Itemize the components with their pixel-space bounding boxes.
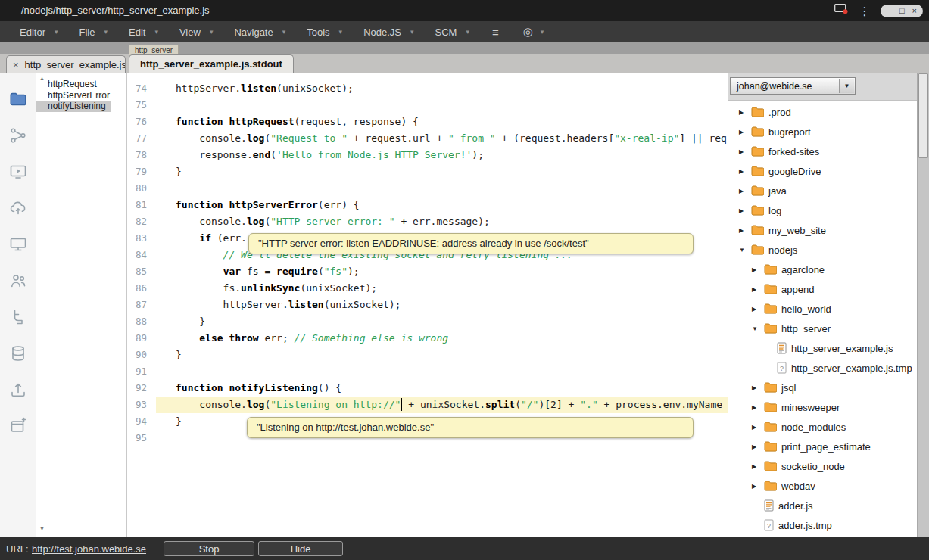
tree-folder-item[interactable]: ▶print_page_estimate — [728, 437, 917, 456]
expand-icon[interactable]: ▶ — [739, 109, 751, 116]
expand-icon[interactable]: ▶ — [752, 463, 764, 470]
code-line[interactable]: 85 var fs = require("fs"); — [127, 263, 728, 280]
files-icon[interactable] — [0, 81, 36, 117]
users-icon[interactable] — [0, 263, 36, 299]
expand-icon[interactable]: ▶ — [752, 424, 764, 431]
tree-folder-item[interactable]: ▶node_modules — [728, 417, 917, 437]
tree-folder-item[interactable]: ▼nodejs — [728, 240, 917, 260]
minimize-button[interactable]: − — [887, 5, 891, 17]
menu-navigate[interactable]: Navigate▾ — [223, 21, 296, 42]
upload-icon[interactable] — [0, 372, 36, 408]
expand-icon[interactable]: ▶ — [752, 443, 764, 450]
new-window-icon[interactable] — [0, 408, 36, 444]
expand-icon[interactable]: ▶ — [752, 483, 764, 490]
code-lines: 74httpServer.listen(unixSocket);7576func… — [127, 73, 728, 446]
tree-folder-item[interactable]: ▶webdav — [728, 476, 917, 496]
expand-icon[interactable]: ▶ — [752, 266, 764, 273]
menu-tools[interactable]: Tools▾ — [296, 21, 353, 42]
outline-item[interactable]: notifyListening — [36, 101, 111, 112]
tree-folder-item[interactable]: ▶java — [728, 181, 917, 201]
expand-icon[interactable]: ▶ — [739, 129, 751, 135]
code-line[interactable]: 82 console.log("HTTP server error: " + e… — [127, 213, 728, 230]
close-tab-icon[interactable]: × — [13, 59, 19, 70]
expand-icon[interactable]: ▶ — [739, 207, 751, 214]
hide-button[interactable]: Hide — [258, 541, 343, 556]
code-line[interactable]: 89 else throw err; // Something else is … — [127, 330, 728, 347]
outline-item[interactable]: httpRequest — [36, 79, 126, 90]
code-line[interactable]: 78 response.end('Hello from Node.js HTTP… — [127, 147, 728, 163]
hamburger-menu-icon[interactable]: ≡ — [480, 26, 511, 39]
code-line[interactable]: 86 fs.unlinkSync(unixSocket); — [127, 280, 728, 297]
tree-folder-item[interactable]: ▶bugreport — [728, 122, 917, 142]
tab-http-server-example-js[interactable]: × http_server_example.js — [6, 55, 126, 73]
database-icon[interactable] — [0, 335, 36, 372]
expand-icon[interactable]: ▶ — [739, 188, 751, 194]
scrollbar-thumb[interactable] — [918, 73, 928, 158]
share-icon[interactable] — [0, 117, 36, 154]
expand-icon[interactable]: ▶ — [752, 404, 764, 411]
expand-icon[interactable]: ▶ — [739, 148, 751, 155]
tree-folder-item[interactable]: ▶agarclone — [728, 260, 917, 279]
cloud-upload-icon[interactable] — [0, 190, 36, 226]
code-line[interactable]: 81function httpServerError(err) { — [127, 197, 728, 213]
tree-folder-item[interactable]: ▶my_web_site — [728, 220, 917, 240]
tree-folder-item[interactable]: ▶googleDrive — [728, 161, 917, 181]
tree-file-item[interactable]: ?adder.js.tmp — [728, 515, 917, 535]
tree-file-item[interactable]: adder.js — [728, 496, 917, 515]
tree-folder-item[interactable]: ▶hello_world — [728, 299, 917, 319]
kebab-menu-icon[interactable]: ⋮ — [859, 5, 870, 17]
code-line[interactable]: 76function httpRequest(request, response… — [127, 114, 728, 130]
code-line[interactable]: 74httpServer.listen(unixSocket); — [127, 80, 728, 97]
chair-icon[interactable] — [0, 299, 36, 335]
maximize-button[interactable]: □ — [899, 5, 905, 17]
code-line[interactable]: 93 console.log("Listening on http://" + … — [127, 397, 728, 413]
stop-button[interactable]: Stop — [164, 541, 254, 556]
menu-view[interactable]: View▾ — [169, 21, 223, 42]
expand-icon[interactable]: ▶ — [752, 306, 764, 313]
code-line[interactable]: 87 httpServer.listen(unixSocket); — [127, 297, 728, 313]
tree-folder-item[interactable]: ▶.prod — [728, 102, 917, 122]
server-url-link[interactable]: http://test.johan.webide.se — [32, 543, 146, 555]
svg-text:?: ? — [767, 522, 771, 530]
menu-scm[interactable]: SCM▾ — [425, 21, 480, 42]
expand-icon[interactable]: ▶ — [752, 286, 764, 293]
screenshare-icon[interactable] — [834, 4, 848, 17]
tree-folder-item[interactable]: ▶jsql — [728, 378, 917, 397]
tree-folder-item[interactable]: ▼http_server — [728, 319, 917, 338]
code-line[interactable]: 92function notifyListening() { — [127, 380, 728, 397]
code-line[interactable]: 80 — [127, 180, 728, 197]
menu-node-js[interactable]: Node.JS▾ — [353, 21, 424, 42]
tree-folder-item[interactable]: ▶log — [728, 201, 917, 220]
display-icon[interactable] — [0, 226, 36, 263]
screencast-icon[interactable] — [0, 154, 36, 190]
tab-stdout[interactable]: http_server_example.js.stdout — [129, 54, 294, 73]
code-editor[interactable]: 74httpServer.listen(unixSocket);7576func… — [127, 73, 728, 537]
expand-icon[interactable]: ▶ — [739, 168, 751, 175]
code-line[interactable]: 75 — [127, 97, 728, 114]
menu-file[interactable]: File▾ — [69, 21, 118, 42]
tree-folder-item[interactable]: ▶minesweeper — [728, 397, 917, 417]
code-line[interactable]: 88 } — [127, 313, 728, 330]
tree-file-item[interactable]: ?http_server_example.js.tmp — [728, 358, 917, 378]
scroll-down-icon[interactable]: ▼ — [39, 526, 45, 531]
tree-file-item[interactable]: http_server_example.js — [728, 338, 917, 358]
code-line[interactable]: 91 — [127, 363, 728, 380]
scroll-up-icon[interactable]: ▲ — [39, 76, 45, 81]
settings-menu[interactable]: ◎ ▾ — [511, 25, 556, 39]
menu-editor[interactable]: Editor▾ — [9, 21, 69, 42]
collapse-icon[interactable]: ▼ — [739, 247, 751, 254]
outline-item[interactable]: httpServerError — [36, 90, 126, 101]
tree-scrollbar[interactable] — [917, 73, 929, 537]
collapse-icon[interactable]: ▼ — [752, 325, 764, 332]
menu-edit[interactable]: Edit▾ — [118, 21, 169, 42]
expand-icon[interactable]: ▶ — [739, 227, 751, 234]
tree-folder-item[interactable]: ▶forked-sites — [728, 142, 917, 161]
account-dropdown[interactable]: johan@webide.se ▼ — [730, 77, 856, 95]
tree-folder-item[interactable]: ▶append — [728, 279, 917, 299]
code-line[interactable]: 77 console.log("Request to " + request.u… — [127, 130, 728, 147]
tree-folder-item[interactable]: ▶socketio_node — [728, 456, 917, 476]
expand-icon[interactable]: ▶ — [752, 384, 764, 391]
code-line[interactable]: 79} — [127, 163, 728, 180]
code-line[interactable]: 90} — [127, 347, 728, 363]
close-button[interactable]: × — [912, 5, 917, 17]
